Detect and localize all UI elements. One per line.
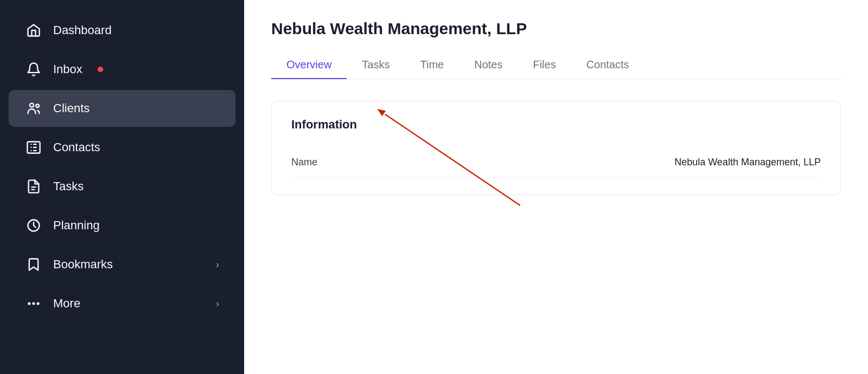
sidebar-item-dashboard[interactable]: Dashboard — [9, 12, 235, 49]
page-header: Nebula Wealth Management, LLP Overview T… — [244, 0, 868, 79]
info-card-title: Information — [291, 118, 821, 132]
sidebar-item-clients[interactable]: Clients — [9, 90, 235, 127]
page-body: Information Name Nebula Wealth Managemen… — [244, 79, 868, 374]
tab-tasks[interactable]: Tasks — [347, 51, 405, 79]
sidebar-item-clients-label: Clients — [53, 101, 90, 115]
sidebar-item-bookmarks-label: Bookmarks — [53, 257, 113, 272]
clients-icon — [25, 100, 42, 117]
bookmarks-chevron-icon: › — [216, 259, 219, 270]
planning-icon — [25, 217, 42, 234]
svg-point-8 — [37, 303, 39, 305]
contacts-icon — [25, 139, 42, 156]
sidebar-item-contacts-label: Contacts — [53, 140, 100, 154]
more-icon — [25, 295, 42, 312]
svg-point-1 — [36, 104, 39, 107]
sidebar-item-tasks-label: Tasks — [53, 179, 84, 194]
sidebar-item-contacts[interactable]: Contacts — [9, 129, 235, 166]
sidebar-item-planning-label: Planning — [53, 218, 100, 233]
sidebar-item-inbox-label: Inbox — [53, 62, 82, 76]
tasks-icon — [25, 178, 42, 195]
sidebar-item-dashboard-label: Dashboard — [53, 23, 112, 37]
bell-icon — [25, 61, 42, 78]
tab-notes[interactable]: Notes — [459, 51, 518, 79]
svg-point-6 — [28, 303, 30, 305]
sidebar-item-bookmarks[interactable]: Bookmarks › — [9, 246, 235, 283]
home-icon — [25, 22, 42, 39]
info-row-name: Name Nebula Wealth Management, LLP — [291, 147, 821, 178]
tabs-bar: Overview Tasks Time Notes Files Contacts — [271, 51, 841, 79]
info-value-name: Nebula Wealth Management, LLP — [674, 157, 821, 168]
main-content: Nebula Wealth Management, LLP Overview T… — [244, 0, 868, 374]
tab-time[interactable]: Time — [405, 51, 459, 79]
sidebar-item-more[interactable]: More › — [9, 285, 235, 322]
tab-contacts[interactable]: Contacts — [571, 51, 644, 79]
svg-point-7 — [33, 303, 35, 305]
sidebar-item-more-label: More — [53, 296, 80, 311]
sidebar: Dashboard Inbox Clients Contacts Tasks P — [0, 0, 244, 374]
sidebar-item-inbox[interactable]: Inbox — [9, 51, 235, 88]
bookmarks-icon — [25, 256, 42, 273]
page-title: Nebula Wealth Management, LLP — [271, 20, 841, 38]
info-card: Information Name Nebula Wealth Managemen… — [271, 101, 841, 195]
tab-files[interactable]: Files — [518, 51, 571, 79]
sidebar-item-tasks[interactable]: Tasks — [9, 168, 235, 205]
sidebar-item-planning[interactable]: Planning — [9, 207, 235, 244]
more-chevron-icon: › — [216, 298, 219, 309]
inbox-notification-dot — [98, 67, 103, 72]
tab-overview[interactable]: Overview — [271, 51, 347, 79]
info-label-name: Name — [291, 157, 400, 168]
svg-point-0 — [30, 104, 34, 107]
